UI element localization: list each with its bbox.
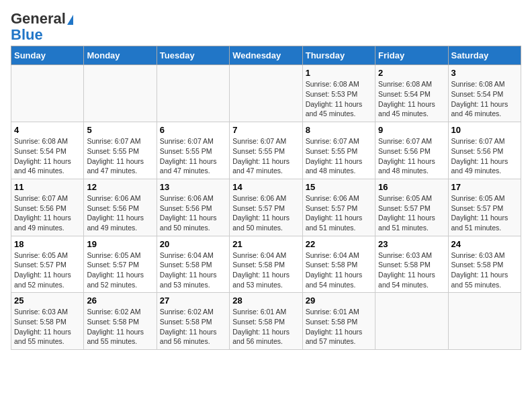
header-tuesday: Tuesday bbox=[157, 46, 229, 65]
day-info: Sunrise: 6:08 AM Sunset: 5:54 PM Dayligh… bbox=[14, 136, 81, 176]
calendar-cell bbox=[11, 65, 84, 122]
day-info: Sunrise: 6:05 AM Sunset: 5:57 PM Dayligh… bbox=[451, 193, 518, 233]
day-number: 18 bbox=[14, 239, 81, 249]
day-number: 22 bbox=[306, 239, 372, 249]
calendar-cell: 2Sunrise: 6:08 AM Sunset: 5:54 PM Daylig… bbox=[375, 65, 448, 122]
day-number: 11 bbox=[14, 182, 81, 192]
day-number: 29 bbox=[306, 295, 372, 306]
week-row: 25Sunrise: 6:03 AM Sunset: 5:58 PM Dayli… bbox=[11, 293, 521, 350]
calendar-cell: 16Sunrise: 6:05 AM Sunset: 5:57 PM Dayli… bbox=[375, 179, 448, 236]
day-info: Sunrise: 6:02 AM Sunset: 5:58 PM Dayligh… bbox=[160, 307, 226, 347]
day-info: Sunrise: 6:07 AM Sunset: 5:56 PM Dayligh… bbox=[14, 193, 81, 233]
calendar-cell: 24Sunrise: 6:03 AM Sunset: 5:58 PM Dayli… bbox=[448, 236, 521, 293]
day-number: 4 bbox=[14, 125, 81, 135]
logo-blue: Blue bbox=[11, 26, 43, 43]
calendar-cell: 10Sunrise: 6:07 AM Sunset: 5:56 PM Dayli… bbox=[448, 122, 521, 179]
calendar-cell: 12Sunrise: 6:06 AM Sunset: 5:56 PM Dayli… bbox=[84, 179, 157, 236]
week-row: 11Sunrise: 6:07 AM Sunset: 5:56 PM Dayli… bbox=[11, 179, 521, 236]
day-number: 24 bbox=[451, 239, 518, 249]
calendar-cell: 11Sunrise: 6:07 AM Sunset: 5:56 PM Dayli… bbox=[11, 179, 84, 236]
day-number: 6 bbox=[160, 125, 226, 135]
header-monday: Monday bbox=[84, 46, 157, 65]
day-info: Sunrise: 6:07 AM Sunset: 5:56 PM Dayligh… bbox=[378, 136, 445, 176]
calendar-cell: 8Sunrise: 6:07 AM Sunset: 5:55 PM Daylig… bbox=[302, 122, 375, 179]
day-info: Sunrise: 6:03 AM Sunset: 5:58 PM Dayligh… bbox=[14, 307, 81, 347]
day-info: Sunrise: 6:03 AM Sunset: 5:58 PM Dayligh… bbox=[451, 250, 518, 290]
day-number: 16 bbox=[378, 182, 445, 192]
day-info: Sunrise: 6:05 AM Sunset: 5:57 PM Dayligh… bbox=[378, 193, 445, 233]
day-info: Sunrise: 6:07 AM Sunset: 5:55 PM Dayligh… bbox=[306, 136, 372, 176]
calendar-cell: 29Sunrise: 6:01 AM Sunset: 5:58 PM Dayli… bbox=[302, 293, 375, 350]
calendar-cell: 18Sunrise: 6:05 AM Sunset: 5:57 PM Dayli… bbox=[11, 236, 84, 293]
day-number: 20 bbox=[160, 239, 226, 249]
calendar-cell: 27Sunrise: 6:02 AM Sunset: 5:58 PM Dayli… bbox=[157, 293, 229, 350]
week-row: 4Sunrise: 6:08 AM Sunset: 5:54 PM Daylig… bbox=[11, 122, 521, 179]
day-info: Sunrise: 6:06 AM Sunset: 5:57 PM Dayligh… bbox=[232, 193, 299, 233]
day-number: 23 bbox=[378, 239, 445, 249]
calendar-cell: 3Sunrise: 6:08 AM Sunset: 5:54 PM Daylig… bbox=[448, 65, 521, 122]
day-info: Sunrise: 6:06 AM Sunset: 5:56 PM Dayligh… bbox=[160, 193, 226, 233]
day-info: Sunrise: 6:08 AM Sunset: 5:53 PM Dayligh… bbox=[306, 79, 372, 119]
calendar-cell: 17Sunrise: 6:05 AM Sunset: 5:57 PM Dayli… bbox=[448, 179, 521, 236]
day-info: Sunrise: 6:07 AM Sunset: 5:55 PM Dayligh… bbox=[87, 136, 153, 176]
day-number: 17 bbox=[451, 182, 518, 192]
day-number: 5 bbox=[87, 125, 153, 135]
day-number: 9 bbox=[378, 125, 445, 135]
day-number: 27 bbox=[160, 295, 226, 306]
calendar-cell: 19Sunrise: 6:05 AM Sunset: 5:57 PM Dayli… bbox=[84, 236, 157, 293]
day-number: 1 bbox=[306, 68, 372, 78]
calendar-cell: 14Sunrise: 6:06 AM Sunset: 5:57 PM Dayli… bbox=[230, 179, 302, 236]
day-info: Sunrise: 6:06 AM Sunset: 5:56 PM Dayligh… bbox=[87, 193, 153, 233]
day-info: Sunrise: 6:02 AM Sunset: 5:58 PM Dayligh… bbox=[87, 307, 153, 347]
day-number: 21 bbox=[232, 239, 299, 249]
calendar-cell: 9Sunrise: 6:07 AM Sunset: 5:56 PM Daylig… bbox=[375, 122, 448, 179]
calendar-cell: 23Sunrise: 6:03 AM Sunset: 5:58 PM Dayli… bbox=[375, 236, 448, 293]
day-number: 25 bbox=[14, 295, 81, 306]
day-number: 15 bbox=[306, 182, 372, 192]
calendar-cell bbox=[448, 293, 521, 350]
day-info: Sunrise: 6:04 AM Sunset: 5:58 PM Dayligh… bbox=[232, 250, 299, 290]
header-wednesday: Wednesday bbox=[230, 46, 302, 65]
day-number: 13 bbox=[160, 182, 226, 192]
day-info: Sunrise: 6:08 AM Sunset: 5:54 PM Dayligh… bbox=[451, 79, 518, 119]
calendar-cell: 5Sunrise: 6:07 AM Sunset: 5:55 PM Daylig… bbox=[84, 122, 157, 179]
day-info: Sunrise: 6:06 AM Sunset: 5:57 PM Dayligh… bbox=[306, 193, 372, 233]
day-info: Sunrise: 6:01 AM Sunset: 5:58 PM Dayligh… bbox=[232, 307, 299, 347]
day-number: 14 bbox=[232, 182, 299, 192]
day-number: 3 bbox=[451, 68, 518, 78]
calendar-cell: 15Sunrise: 6:06 AM Sunset: 5:57 PM Dayli… bbox=[302, 179, 375, 236]
calendar-cell: 20Sunrise: 6:04 AM Sunset: 5:58 PM Dayli… bbox=[157, 236, 229, 293]
week-row: 1Sunrise: 6:08 AM Sunset: 5:53 PM Daylig… bbox=[11, 65, 521, 122]
day-info: Sunrise: 6:07 AM Sunset: 5:56 PM Dayligh… bbox=[451, 136, 518, 176]
calendar-cell bbox=[375, 293, 448, 350]
calendar-header-row: SundayMondayTuesdayWednesdayThursdayFrid… bbox=[11, 46, 521, 65]
day-number: 28 bbox=[232, 295, 299, 306]
header-sunday: Sunday bbox=[11, 46, 84, 65]
calendar-cell bbox=[84, 65, 157, 122]
calendar-cell: 21Sunrise: 6:04 AM Sunset: 5:58 PM Dayli… bbox=[230, 236, 302, 293]
calendar-table: SundayMondayTuesdayWednesdayThursdayFrid… bbox=[11, 46, 521, 350]
day-info: Sunrise: 6:04 AM Sunset: 5:58 PM Dayligh… bbox=[306, 250, 372, 290]
calendar-cell bbox=[157, 65, 229, 122]
day-info: Sunrise: 6:03 AM Sunset: 5:58 PM Dayligh… bbox=[378, 250, 445, 290]
day-number: 19 bbox=[87, 239, 153, 249]
logo-general: General bbox=[11, 10, 66, 27]
day-number: 12 bbox=[87, 182, 153, 192]
header: General Blue bbox=[11, 11, 521, 43]
day-number: 10 bbox=[451, 125, 518, 135]
day-info: Sunrise: 6:08 AM Sunset: 5:54 PM Dayligh… bbox=[378, 79, 445, 119]
day-info: Sunrise: 6:05 AM Sunset: 5:57 PM Dayligh… bbox=[87, 250, 153, 290]
week-row: 18Sunrise: 6:05 AM Sunset: 5:57 PM Dayli… bbox=[11, 236, 521, 293]
calendar-cell: 4Sunrise: 6:08 AM Sunset: 5:54 PM Daylig… bbox=[11, 122, 84, 179]
logo-icon bbox=[67, 15, 73, 25]
day-info: Sunrise: 6:04 AM Sunset: 5:58 PM Dayligh… bbox=[160, 250, 226, 290]
calendar-cell: 6Sunrise: 6:07 AM Sunset: 5:55 PM Daylig… bbox=[157, 122, 229, 179]
logo: General Blue bbox=[11, 11, 73, 43]
calendar-cell: 7Sunrise: 6:07 AM Sunset: 5:55 PM Daylig… bbox=[230, 122, 302, 179]
day-number: 8 bbox=[306, 125, 372, 135]
calendar-cell: 28Sunrise: 6:01 AM Sunset: 5:58 PM Dayli… bbox=[230, 293, 302, 350]
calendar-cell: 1Sunrise: 6:08 AM Sunset: 5:53 PM Daylig… bbox=[302, 65, 375, 122]
day-info: Sunrise: 6:01 AM Sunset: 5:58 PM Dayligh… bbox=[306, 307, 372, 347]
calendar-cell: 25Sunrise: 6:03 AM Sunset: 5:58 PM Dayli… bbox=[11, 293, 84, 350]
day-number: 26 bbox=[87, 295, 153, 306]
